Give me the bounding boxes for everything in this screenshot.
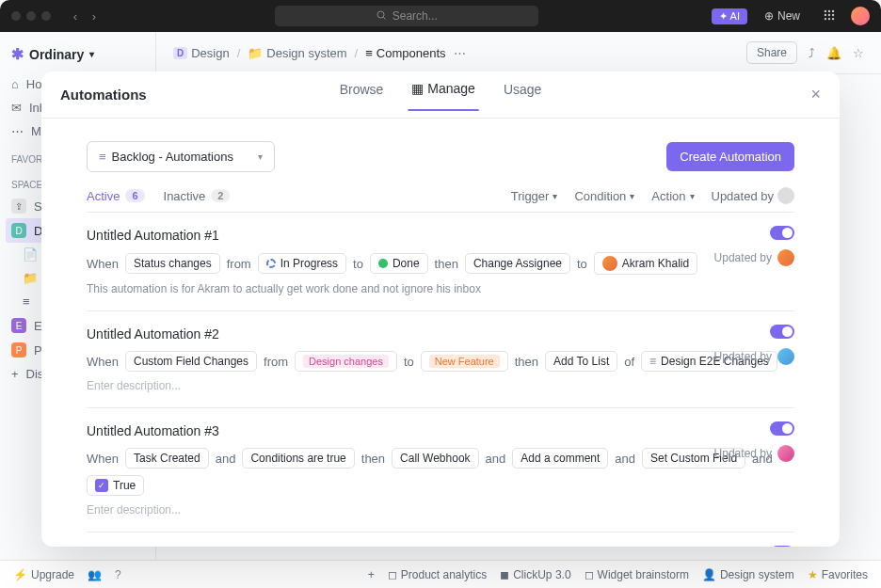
window-controls [11, 11, 51, 21]
minimize-window[interactable] [26, 11, 36, 21]
breadcrumb: D Design / 📁 Design system / ≡ Component… [156, 32, 881, 74]
tray-item[interactable]: ◼ClickUp 3.0 [500, 568, 570, 581]
nav-back[interactable]: ‹ [68, 9, 83, 24]
chip-action[interactable]: Add a comment [512, 448, 608, 469]
bell-icon[interactable]: 🔔 [826, 46, 841, 60]
svg-point-9 [828, 17, 830, 19]
count-badge: 6 [125, 189, 144, 202]
updated-by-label: Updated by [714, 348, 794, 365]
chip-value[interactable]: ✓True [87, 475, 144, 496]
filter-action[interactable]: Action▾ [651, 187, 694, 204]
count-badge: 2 [211, 189, 230, 202]
automation-row[interactable]: Untitled Automation #4 When Status chang… [87, 532, 794, 547]
chip-action[interactable]: Call Webhook [392, 448, 478, 469]
close-window[interactable] [11, 11, 21, 21]
tray-favorites[interactable]: ★Favorites [808, 568, 868, 581]
upgrade-icon: ⚡ [13, 568, 27, 581]
chevron-down-icon: ▾ [630, 191, 634, 201]
chip-trigger[interactable]: Status changes [125, 253, 220, 274]
chip-tag[interactable]: New Feature [421, 351, 508, 372]
sparkle-icon: ✦ [719, 10, 728, 23]
svg-point-0 [377, 11, 384, 18]
automation-title: Untitled Automation #2 [87, 326, 794, 342]
more-icon[interactable]: ⋯ [454, 46, 466, 60]
star-icon: ★ [808, 568, 818, 581]
automation-description-placeholder[interactable]: Enter description... [87, 379, 794, 392]
chip-action[interactable]: Change Assignee [465, 253, 570, 274]
toggle-enabled[interactable] [770, 325, 794, 339]
tray-item[interactable]: ◻Widget brainstorm [585, 568, 689, 581]
breadcrumb-item[interactable]: 📁 Design system [248, 46, 346, 60]
new-button[interactable]: ⊕ New [757, 7, 808, 25]
automation-description: This automation is for Akram to actually… [87, 282, 794, 295]
home-icon: ⌂ [11, 77, 19, 91]
toggle-enabled[interactable] [770, 546, 794, 547]
chip-trigger[interactable]: Custom Field Changes [125, 351, 257, 372]
chip-user[interactable]: Akram Khalid [594, 252, 697, 275]
tab-usage[interactable]: Usage [500, 81, 545, 111]
square-icon: ◼ [500, 568, 509, 581]
filter-updated-by[interactable]: Updated by [712, 187, 795, 204]
chevron-down-icon: ▾ [258, 151, 263, 162]
nav-forward[interactable]: › [87, 9, 102, 24]
apps-icon[interactable] [823, 8, 836, 24]
scope-selector[interactable]: ≡ Backlog - Automations ▾ [87, 141, 275, 172]
status-tab-active[interactable]: Active 6 [87, 189, 145, 203]
list-icon: ≡ [365, 46, 373, 60]
rule-line: When Task Created and Conditions are tru… [87, 448, 794, 496]
maximize-window[interactable] [41, 11, 51, 21]
tab-manage[interactable]: ▦ Manage [408, 81, 479, 111]
automation-row[interactable]: Untitled Automation #3 When Task Created… [87, 407, 794, 532]
search-placeholder: Search... [392, 9, 438, 23]
automation-row[interactable]: Untitled Automation #1 When Status chang… [87, 212, 794, 310]
share-button[interactable]: Share [746, 41, 797, 64]
chip-tag[interactable]: Design changes [295, 351, 397, 372]
users-icon[interactable]: 👥 [88, 568, 102, 581]
tab-browse[interactable]: Browse [336, 81, 388, 111]
more-icon: ⋯ [11, 124, 24, 138]
export-icon[interactable]: ⤴ [809, 46, 815, 60]
list-icon: ≡ [23, 294, 30, 309]
square-icon: ◻ [585, 568, 594, 581]
automations-modal: Automations Browse ▦ Manage Usage × ≡ Ba… [41, 72, 840, 547]
checkbox-checked-icon: ✓ [95, 479, 108, 492]
breadcrumb-item[interactable]: ≡ Components [365, 46, 445, 60]
ai-button[interactable]: ✦ AI [712, 8, 747, 24]
avatar-icon [602, 256, 617, 271]
upgrade-button[interactable]: ⚡ Upgrade [13, 568, 74, 581]
toggle-enabled[interactable] [770, 226, 794, 240]
status-tab-inactive[interactable]: Inactive 2 [164, 189, 231, 203]
workspace-logo-icon: ✱ [11, 45, 24, 63]
plus-circle-icon: ⊕ [764, 9, 774, 23]
workspace-switcher[interactable]: ✱ Ordinary ▾ [0, 41, 155, 72]
plus-icon: + [11, 367, 19, 381]
chip-action[interactable]: Add To List [545, 351, 617, 372]
svg-point-8 [825, 17, 826, 19]
filter-trigger[interactable]: Trigger▾ [511, 187, 558, 204]
tray-item[interactable]: 👤Design system [702, 568, 794, 581]
folder-icon: 📁 [23, 271, 38, 285]
star-icon[interactable]: ☆ [853, 46, 864, 60]
search-input[interactable]: Search... [275, 6, 538, 26]
automation-description-placeholder[interactable]: Enter description... [87, 503, 794, 516]
chip-status[interactable]: In Progress [258, 253, 346, 274]
rule-line: When Custom Field Changes from Design ch… [87, 351, 794, 372]
filter-condition[interactable]: Condition▾ [574, 187, 634, 204]
tray-item[interactable]: ◻Product analytics [388, 568, 487, 581]
plus-icon[interactable]: + [368, 568, 375, 581]
avatar-icon [777, 249, 794, 266]
automation-row[interactable]: Untitled Automation #2 When Custom Field… [87, 310, 794, 407]
breadcrumb-item[interactable]: D Design [173, 46, 230, 60]
close-icon[interactable]: × [810, 85, 821, 104]
chip-trigger[interactable]: Task Created [125, 448, 209, 469]
space-badge: D [173, 47, 187, 59]
help-icon[interactable]: ? [115, 568, 121, 581]
create-automation-button[interactable]: Create Automation [666, 142, 794, 171]
toggle-enabled[interactable] [770, 421, 794, 436]
square-icon: ◻ [388, 568, 397, 581]
topbar: ‹ › Search... ✦ AI ⊕ New [0, 0, 881, 32]
chip-condition[interactable]: Conditions are true [242, 448, 354, 469]
share-icon: ⇪ [11, 199, 26, 214]
user-avatar[interactable] [851, 7, 870, 25]
chip-status[interactable]: Done [370, 253, 428, 274]
